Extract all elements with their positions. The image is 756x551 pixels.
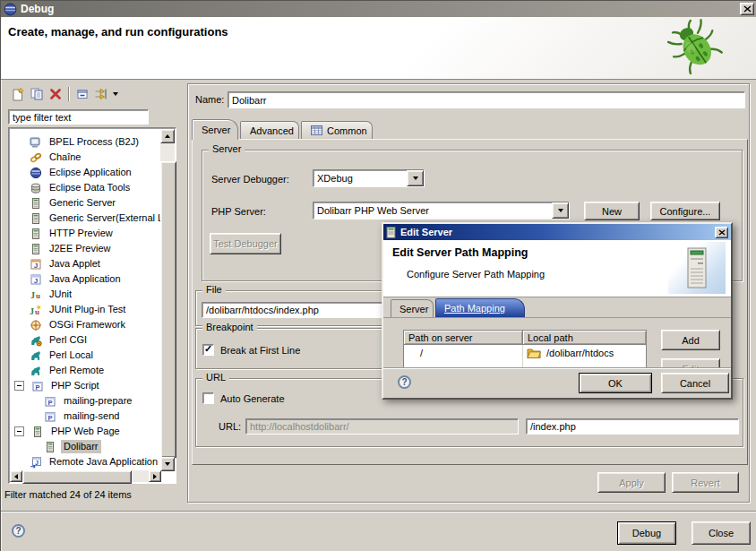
dialog-subheading: Configure Server Path Mapping <box>407 269 545 280</box>
tab-server-label: Server <box>202 125 230 135</box>
tree-item[interactable]: Eclipse Data Tools <box>10 180 160 195</box>
folder-icon <box>527 348 541 358</box>
window-close-button[interactable] <box>740 3 754 15</box>
cancel-button-label: Cancel <box>680 378 710 389</box>
column-local-path[interactable]: Local path <box>523 331 646 345</box>
tree-item[interactable]: J2EE Preview <box>10 241 160 256</box>
server-icon <box>30 212 42 225</box>
tree-item[interactable]: Generic Server <box>10 195 160 211</box>
configure-server-button[interactable]: Configure... <box>650 202 720 220</box>
svg-text:P: P <box>47 398 52 406</box>
duplicate-configuration-button[interactable] <box>27 86 46 103</box>
dialog-tab-path-mapping[interactable]: Path Mapping <box>435 298 525 317</box>
window-titlebar[interactable]: Debug <box>1 1 756 17</box>
tree-item[interactable]: Dolibarr <box>10 439 160 454</box>
ok-button[interactable]: OK <box>579 373 652 393</box>
horizontal-scroll-thumb[interactable] <box>22 470 132 484</box>
server-debugger-value: XDebug <box>314 173 407 184</box>
delete-configuration-button[interactable] <box>46 86 64 103</box>
path-mapping-table[interactable]: Path on server Local path / /dolibarr/ht… <box>403 330 647 371</box>
help-icon[interactable]: ? <box>398 375 411 389</box>
cell-path-on-server: / <box>404 345 523 361</box>
svg-text:P: P <box>35 383 39 391</box>
tree-item[interactable]: Chaîne <box>10 150 160 165</box>
url-path-input[interactable] <box>526 418 739 435</box>
tab-server[interactable]: Server <box>192 119 238 140</box>
close-icon <box>718 229 726 236</box>
new-configuration-button[interactable] <box>8 86 27 103</box>
tree-item[interactable]: PHP Web Page <box>10 424 160 439</box>
tab-common[interactable]: Common <box>301 121 373 139</box>
test-debugger-button[interactable]: Test Debugger <box>210 233 281 254</box>
svg-text:P: P <box>47 413 52 421</box>
tree-item[interactable]: Perl CGI <box>10 332 160 348</box>
close-icon <box>743 5 752 13</box>
tree-item[interactable]: JJava Applet <box>10 256 160 271</box>
help-icon[interactable]: ? <box>12 524 25 538</box>
table-row[interactable]: / /dolibarr/htdocs <box>404 345 646 361</box>
tree-item[interactable]: Perl Remote <box>10 363 160 378</box>
scroll-up-button[interactable] <box>160 129 175 143</box>
svg-text:u: u <box>36 291 40 300</box>
svg-text:J: J <box>34 262 38 270</box>
edit-server-titlebar[interactable]: Edit Server <box>383 224 731 240</box>
tree-item[interactable]: Perl Local <box>10 348 160 363</box>
break-first-line-label: Break at First Line <box>220 345 300 356</box>
expander-minus-icon[interactable] <box>14 426 24 436</box>
apply-button[interactable]: Apply <box>597 472 666 493</box>
revert-button[interactable]: Revert <box>672 472 739 493</box>
tree-item[interactable]: JRemote Java Application <box>10 454 160 469</box>
tree-item[interactable]: Generic Server(External La <box>10 211 160 226</box>
close-button[interactable]: Close <box>692 521 751 545</box>
add-mapping-button[interactable]: Add <box>661 330 720 350</box>
column-path-on-server[interactable]: Path on server <box>404 331 523 345</box>
configuration-name-input[interactable] <box>228 91 745 108</box>
vertical-scroll-thumb[interactable] <box>160 161 176 458</box>
filter-menu-dropdown[interactable] <box>110 86 121 103</box>
osgi-icon <box>30 319 42 331</box>
php-server-select[interactable]: Dolibarr PHP Web Server <box>313 202 570 220</box>
debug-button[interactable]: Debug <box>617 521 676 545</box>
tree-item[interactable]: HTTP Preview <box>10 226 160 241</box>
tree-item[interactable]: Pmailing-prepare <box>10 393 160 409</box>
configurations-toolbar <box>8 85 121 103</box>
tree-item[interactable]: JuJUnit Plug-in Test <box>10 302 160 317</box>
tree-item[interactable]: BPEL Process (B2J) <box>10 134 160 150</box>
tree-item-label: Java Application <box>47 272 124 286</box>
dropdown-button[interactable] <box>407 170 424 186</box>
tree-item-label: Generic Server(External La <box>47 211 160 225</box>
server-debugger-select[interactable]: XDebug <box>313 169 425 187</box>
dropdown-button[interactable] <box>552 202 569 219</box>
new-configuration-icon <box>11 87 25 101</box>
filter-icon <box>94 87 108 101</box>
tree-item[interactable]: JuJUnit <box>10 287 160 302</box>
scroll-down-button[interactable] <box>160 457 175 471</box>
arrow-left-icon <box>14 474 18 479</box>
tree-item[interactable]: Pmailing-send <box>10 409 160 424</box>
filter-input[interactable] <box>8 109 149 125</box>
tree-item[interactable]: Eclipse Application <box>10 165 160 180</box>
tree-vertical-scrollbar[interactable] <box>160 129 175 471</box>
filter-launch-configurations-button[interactable] <box>91 86 110 103</box>
tree-item[interactable]: OSGi Framework <box>10 317 160 332</box>
cancel-button[interactable]: Cancel <box>661 373 729 393</box>
dialog-tab-server[interactable]: Server <box>391 299 434 317</box>
path-mapping-panel: Path on server Local path / /dolibarr/ht… <box>383 317 731 371</box>
break-first-line-checkbox[interactable] <box>202 344 214 356</box>
junit-icon: Ju <box>30 288 42 301</box>
new-server-button[interactable]: New <box>584 202 640 220</box>
dialog-close-button[interactable] <box>715 227 728 238</box>
scroll-left-button[interactable] <box>10 470 22 482</box>
delete-icon <box>48 87 63 101</box>
tree-item[interactable]: PPHP Script <box>10 378 160 393</box>
expander-minus-icon[interactable] <box>14 381 24 391</box>
tab-advanced[interactable]: Advanced <box>240 121 299 139</box>
server-icon <box>30 243 42 255</box>
tree-horizontal-scrollbar[interactable] <box>10 470 161 482</box>
scroll-right-button[interactable] <box>149 470 161 482</box>
junit-plugin-icon: Ju <box>30 304 42 316</box>
collapse-all-button[interactable] <box>73 86 91 103</box>
auto-generate-checkbox[interactable] <box>202 392 214 404</box>
tree-item[interactable]: JJava Application <box>10 271 160 287</box>
close-button-label: Close <box>709 528 734 538</box>
